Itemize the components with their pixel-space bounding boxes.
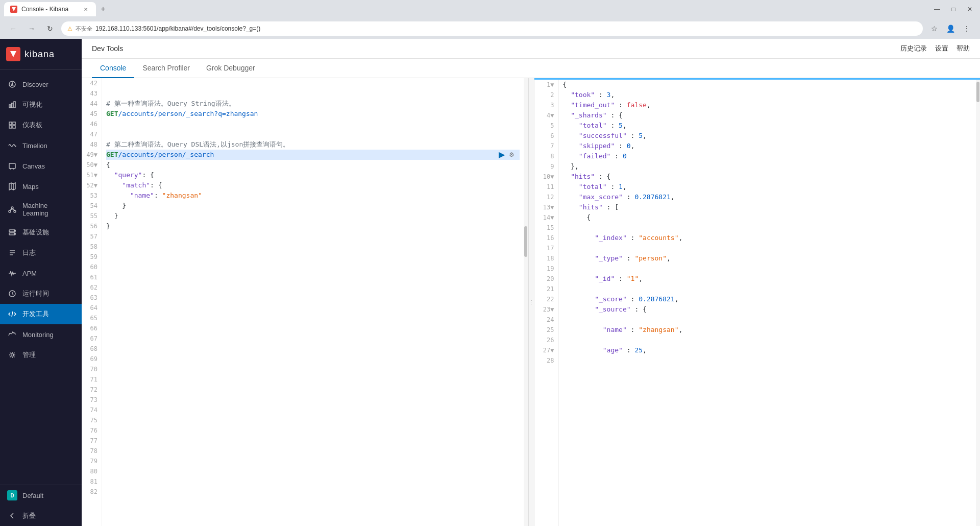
line-num-49[interactable]: 49▼: [86, 150, 97, 160]
line-num-50[interactable]: 50▼: [86, 160, 97, 170]
resp-line-num-8: 8: [538, 151, 554, 161]
back-button[interactable]: ←: [6, 21, 20, 36]
resp-line-num-1[interactable]: 1▼: [538, 80, 554, 90]
tab-close-button[interactable]: ✕: [82, 5, 90, 13]
sidebar-item-dashboard[interactable]: 仪表板: [0, 115, 82, 135]
line-num-43: 43: [86, 88, 97, 99]
sidebar-item-infrastructure[interactable]: 基础设施: [0, 222, 82, 243]
app: kibana Discover 可视化 仪表板: [0, 39, 980, 526]
resp-line-num-23[interactable]: 23▼: [538, 304, 554, 315]
resp-code-line-9: },: [563, 161, 972, 172]
new-tab-button[interactable]: +: [96, 2, 110, 16]
sidebar-logo: kibana: [0, 39, 82, 70]
monitoring-icon: [7, 329, 17, 340]
sidebar-item-devtools[interactable]: 开发工具: [0, 304, 82, 324]
svg-point-10: [9, 210, 11, 212]
settings-button[interactable]: 设置: [935, 44, 948, 53]
sidebar-item-collapse[interactable]: 折叠: [0, 506, 82, 526]
tab-console[interactable]: Console: [92, 59, 134, 78]
resp-code-line-24: [563, 315, 972, 325]
panel-collapse-handle[interactable]: ⋮: [529, 292, 533, 313]
resp-line-num-5: 5: [538, 121, 554, 131]
code-line-57: [106, 231, 520, 242]
sidebar-item-timelion[interactable]: Timelion: [0, 135, 82, 156]
resp-line-num-14[interactable]: 14▼: [538, 212, 554, 223]
resp-line-num-11: 11: [538, 182, 554, 192]
code-editor[interactable]: 42 43 44 45 46 47 48 49▼ 50▼ 51▼ 52▼ 53 …: [82, 78, 528, 526]
line-num-52[interactable]: 52▼: [86, 180, 97, 190]
code-line-50: {: [106, 160, 520, 170]
right-vertical-scrollbar[interactable]: [976, 80, 980, 526]
svg-rect-8: [9, 163, 15, 169]
code-line-56: }: [106, 221, 520, 231]
minimize-button[interactable]: —: [931, 3, 943, 15]
code-line-65: [106, 313, 520, 323]
sidebar-item-logs[interactable]: 日志: [0, 243, 82, 263]
line-num-76: 76: [86, 425, 97, 436]
line-num-80: 80: [86, 466, 97, 476]
reload-button[interactable]: ↻: [43, 21, 57, 36]
resp-code-line-1: {: [563, 80, 972, 90]
tab-grok-debugger[interactable]: Grok Debugger: [198, 59, 263, 78]
request-settings-button[interactable]: ⚙: [508, 150, 516, 159]
sidebar-nav: Discover 可视化 仪表板 Timelion: [0, 70, 82, 485]
editor-area: 42 43 44 45 46 47 48 49▼ 50▼ 51▼ 52▼ 53 …: [82, 78, 980, 526]
resp-line-num-27[interactable]: 27▼: [538, 345, 554, 355]
code-line-59: [106, 252, 520, 262]
sidebar-item-canvas[interactable]: Canvas: [0, 156, 82, 176]
resp-code-line-13: "hits" : [: [563, 202, 972, 212]
more-menu-button[interactable]: ⋮: [960, 21, 974, 36]
left-scroll-thumb[interactable]: [524, 226, 527, 257]
code-line-72: [106, 385, 520, 395]
code-line-58: [106, 242, 520, 252]
resp-code-line-10: "hits" : {: [563, 172, 972, 182]
bookmark-button[interactable]: ☆: [927, 21, 941, 36]
line-num-82: 82: [86, 487, 97, 497]
sidebar-item-uptime[interactable]: 运行时间: [0, 283, 82, 304]
code-content[interactable]: # 第一种查询语法。Query String语法。 GET /accounts/…: [102, 78, 524, 526]
maximize-button[interactable]: □: [947, 3, 960, 15]
resp-code-line-11: "total" : 1,: [563, 182, 972, 192]
sidebar-item-label-discover: Discover: [22, 81, 48, 88]
help-button[interactable]: 帮助: [957, 44, 970, 53]
url-bar[interactable]: ⚠ 不安全 192.168.110.133:5601/app/kibana#/d…: [61, 21, 923, 36]
tab-title: Console - Kibana: [21, 6, 68, 13]
run-request-button[interactable]: ▶: [498, 150, 506, 159]
sidebar-item-default[interactable]: D Default: [0, 485, 82, 506]
code-line-71: [106, 374, 520, 385]
main-content: Dev Tools 历史记录 设置 帮助 Console Search Prof…: [82, 39, 980, 526]
resp-code-line-18: "_type" : "person",: [563, 253, 972, 264]
sidebar-item-maps[interactable]: Maps: [0, 176, 82, 197]
panel-divider[interactable]: ⋮: [528, 78, 534, 526]
sidebar-item-apm[interactable]: APM: [0, 263, 82, 283]
sidebar-item-ml[interactable]: Machine Learning: [0, 197, 82, 222]
right-scroll-thumb[interactable]: [976, 82, 979, 102]
left-vertical-scrollbar[interactable]: [524, 78, 528, 526]
code-line-46: [106, 119, 520, 129]
sidebar-item-monitoring[interactable]: Monitoring: [0, 324, 82, 345]
line-num-74: 74: [86, 405, 97, 415]
line-num-54: 54: [86, 201, 97, 211]
line-num-51[interactable]: 51▼: [86, 170, 97, 180]
resp-line-num-10[interactable]: 10▼: [538, 172, 554, 182]
sidebar-item-management[interactable]: 管理: [0, 345, 82, 365]
resp-line-num-4[interactable]: 4▼: [538, 110, 554, 121]
resp-line-num-2: 2: [538, 90, 554, 100]
sidebar-item-label-maps: Maps: [22, 183, 39, 190]
code-line-74: [106, 405, 520, 415]
canvas-icon: [7, 161, 17, 171]
resp-line-num-13[interactable]: 13▼: [538, 202, 554, 212]
sidebar-item-discover[interactable]: Discover: [0, 74, 82, 94]
history-button[interactable]: 历史记录: [900, 44, 927, 53]
forward-button[interactable]: →: [24, 21, 39, 36]
tab-search-profiler[interactable]: Search Profiler: [134, 59, 198, 78]
line-numbers: 42 43 44 45 46 47 48 49▼ 50▼ 51▼ 52▼ 53 …: [82, 78, 102, 526]
close-button[interactable]: ✕: [964, 3, 976, 15]
line-num-66: 66: [86, 323, 97, 333]
sidebar-item-label-monitoring: Monitoring: [22, 331, 54, 339]
profile-button[interactable]: 👤: [943, 21, 958, 36]
line-num-71: 71: [86, 374, 97, 385]
sidebar-item-visualize[interactable]: 可视化: [0, 94, 82, 115]
response-editor[interactable]: 1▼ 2 3 4▼ 5 6 7 8 9 10▼ 11 12 13▼ 14▼: [534, 80, 981, 526]
browser-tab[interactable]: Console - Kibana ✕: [4, 2, 96, 16]
